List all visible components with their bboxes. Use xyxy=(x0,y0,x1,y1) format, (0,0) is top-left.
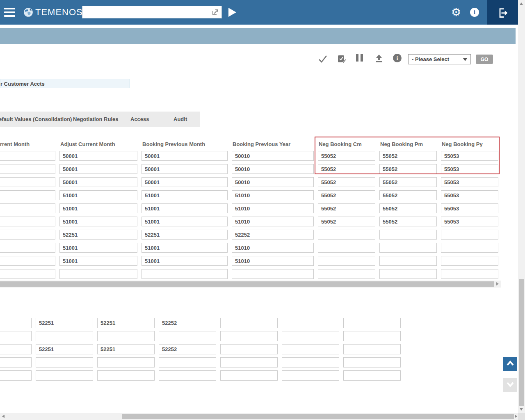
cell-input[interactable] xyxy=(159,370,216,381)
cell-input[interactable] xyxy=(343,344,401,354)
cell-input[interactable] xyxy=(232,256,314,266)
cell-input[interactable] xyxy=(220,344,278,354)
gear-icon[interactable]: ⚙ xyxy=(451,6,461,18)
cell-input[interactable] xyxy=(441,151,498,161)
cell-input[interactable] xyxy=(232,217,314,226)
cell-input[interactable] xyxy=(379,177,437,187)
cell-input[interactable] xyxy=(318,217,375,226)
cell-input[interactable] xyxy=(59,217,137,226)
cell-input[interactable] xyxy=(59,177,137,187)
cell-input[interactable] xyxy=(0,230,55,240)
cell-input[interactable] xyxy=(379,190,437,200)
cell-input[interactable] xyxy=(59,243,137,253)
cell-input[interactable] xyxy=(282,370,339,381)
cell-input[interactable] xyxy=(142,230,228,240)
cell-input[interactable] xyxy=(97,331,155,341)
cell-input[interactable] xyxy=(0,177,55,187)
cell-input[interactable] xyxy=(59,151,137,161)
cell-input[interactable] xyxy=(97,344,155,354)
cell-input[interactable] xyxy=(142,256,228,266)
cell-input[interactable] xyxy=(318,177,375,187)
scrollbar-thumb[interactable] xyxy=(0,281,494,287)
cell-input[interactable] xyxy=(232,151,314,161)
cell-input[interactable] xyxy=(0,151,55,161)
cell-input[interactable] xyxy=(142,243,228,253)
cell-input[interactable] xyxy=(232,230,314,240)
cell-input[interactable] xyxy=(142,190,228,200)
cell-input[interactable] xyxy=(159,357,216,368)
scroll-left-icon[interactable] xyxy=(2,415,5,418)
scrollbar-thumb[interactable] xyxy=(122,414,514,419)
cell-input[interactable] xyxy=(232,269,314,279)
cell-input[interactable] xyxy=(142,269,228,279)
cell-input[interactable] xyxy=(36,318,93,328)
tab-default-values[interactable]: efault Values (Consolidation) xyxy=(0,116,72,122)
cell-input[interactable] xyxy=(343,331,401,341)
cell-input[interactable] xyxy=(441,217,498,226)
tab-negotiation-rules[interactable]: Negotiation Rules xyxy=(73,116,119,122)
cell-input[interactable] xyxy=(379,243,437,253)
cell-input[interactable] xyxy=(318,269,375,279)
cell-input[interactable] xyxy=(343,370,401,381)
cell-input[interactable] xyxy=(220,331,278,341)
cell-input[interactable] xyxy=(318,230,375,240)
cell-input[interactable] xyxy=(59,256,137,266)
cell-input[interactable] xyxy=(232,203,314,213)
cell-input[interactable] xyxy=(232,190,314,200)
document-check-icon[interactable] xyxy=(336,54,346,65)
cell-input[interactable] xyxy=(97,318,155,328)
cell-input[interactable] xyxy=(441,164,498,174)
horizontal-scrollbar[interactable] xyxy=(0,413,518,420)
cell-input[interactable] xyxy=(318,203,375,213)
cell-input[interactable] xyxy=(220,318,278,328)
cell-input[interactable] xyxy=(232,243,314,253)
go-button[interactable]: GO xyxy=(476,55,493,64)
cell-input[interactable] xyxy=(159,344,216,354)
pause-icon[interactable] xyxy=(356,54,365,63)
cell-input[interactable] xyxy=(441,177,498,187)
cell-input[interactable] xyxy=(441,230,498,240)
scroll-up-icon[interactable] xyxy=(520,2,523,5)
cell-input[interactable] xyxy=(441,243,498,253)
cell-input[interactable] xyxy=(0,203,55,213)
scroll-right-icon[interactable] xyxy=(496,282,499,285)
cell-input[interactable] xyxy=(318,256,375,266)
sign-out-button[interactable] xyxy=(487,0,518,25)
goto-arrow-icon[interactable] xyxy=(211,8,220,18)
cell-input[interactable] xyxy=(379,217,437,226)
scroll-to-top-button[interactable] xyxy=(503,357,517,371)
cell-input[interactable] xyxy=(318,164,375,174)
cell-input[interactable] xyxy=(282,357,339,368)
cell-input[interactable] xyxy=(36,357,93,368)
cell-input[interactable] xyxy=(59,269,137,279)
info-icon[interactable]: i xyxy=(393,54,402,62)
cell-input[interactable] xyxy=(142,217,228,226)
scroll-down-icon[interactable] xyxy=(520,408,523,411)
cell-input[interactable] xyxy=(0,370,32,381)
cell-input[interactable] xyxy=(379,269,437,279)
grid-horizontal-scrollbar[interactable] xyxy=(0,281,501,288)
scroll-right-icon[interactable] xyxy=(515,415,517,418)
check-icon[interactable] xyxy=(318,54,328,65)
cell-input[interactable] xyxy=(0,269,55,279)
cell-input[interactable] xyxy=(59,164,137,174)
cell-input[interactable] xyxy=(282,344,339,354)
cell-input[interactable] xyxy=(441,190,498,200)
cell-input[interactable] xyxy=(343,357,401,368)
cell-input[interactable] xyxy=(379,164,437,174)
cell-input[interactable] xyxy=(59,203,137,213)
cell-input[interactable] xyxy=(0,190,55,200)
cell-input[interactable] xyxy=(318,151,375,161)
cell-input[interactable] xyxy=(59,230,137,240)
scrollbar-thumb[interactable] xyxy=(519,279,524,406)
cell-input[interactable] xyxy=(220,357,278,368)
cell-input[interactable] xyxy=(0,256,55,266)
cell-input[interactable] xyxy=(0,164,55,174)
cell-input[interactable] xyxy=(142,177,228,187)
cell-input[interactable] xyxy=(220,370,278,381)
cell-input[interactable] xyxy=(0,243,55,253)
cell-input[interactable] xyxy=(36,370,93,381)
cell-input[interactable] xyxy=(441,256,498,266)
cell-input[interactable] xyxy=(379,203,437,213)
cell-input[interactable] xyxy=(282,331,339,341)
